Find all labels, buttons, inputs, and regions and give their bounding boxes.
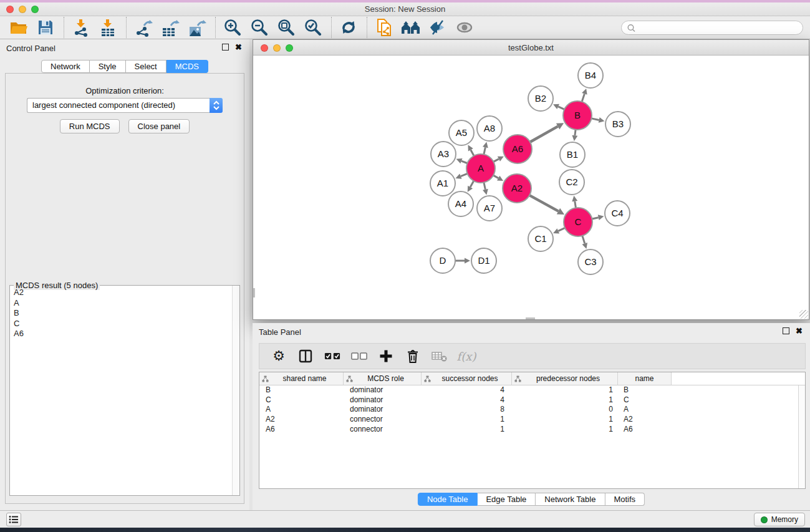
deselect-all-checkboxes-icon[interactable]: [351, 348, 367, 364]
tab-edge-table[interactable]: Edge Table: [477, 493, 536, 506]
refresh-network-icon[interactable]: [338, 17, 359, 37]
column-header-predecessor-nodes[interactable]: predecessor nodes: [512, 372, 618, 385]
network-vertical-scrollbar[interactable]: [253, 288, 255, 297]
show-column-icon[interactable]: [297, 348, 314, 364]
float-table-panel-icon[interactable]: [783, 327, 789, 334]
table-row[interactable]: Bdominator41B: [259, 385, 805, 395]
select-all-checkboxes-icon[interactable]: [324, 348, 340, 364]
dropdown-stepper-icon[interactable]: [210, 98, 223, 113]
graph-edge-A-A3[interactable]: [461, 161, 468, 163]
optimization-criterion-select[interactable]: largest connected component (directed): [27, 98, 223, 113]
export-table-icon[interactable]: [160, 17, 181, 37]
control-panel-tabs: Network Style Select MCDS: [41, 60, 208, 73]
mcds-result-item[interactable]: A: [11, 298, 232, 309]
run-mcds-button[interactable]: Run MCDS: [60, 119, 120, 133]
node-table: shared name MCDS role successor nodes pr…: [259, 372, 806, 489]
graph-edge-arrowhead: [572, 135, 577, 141]
window-resize-grip[interactable]: [799, 310, 808, 319]
graph-edge-A6-B[interactable]: [530, 127, 558, 142]
graph-edge-A-A5[interactable]: [471, 150, 474, 156]
network-graph[interactable]: B4B2BB3A5A8A6B1A3AA1C2A2A4A7C4CC1C3DD1: [253, 56, 809, 319]
export-image-icon[interactable]: [186, 17, 208, 37]
table-cell-mcds_role: connector: [344, 415, 422, 425]
tab-mcds[interactable]: MCDS: [166, 60, 208, 73]
table-scrollbar[interactable]: [798, 385, 805, 488]
tab-motifs[interactable]: Motifs: [605, 493, 645, 506]
zoom-out-icon[interactable]: [249, 17, 270, 37]
memory-button[interactable]: Memory: [754, 513, 805, 526]
search-input[interactable]: [639, 23, 798, 32]
hide-selected-icon[interactable]: [427, 17, 448, 37]
graph-edge-A-A6[interactable]: [493, 159, 499, 162]
search-box[interactable]: [621, 21, 803, 35]
graph-edge-A2-C[interactable]: [529, 195, 558, 211]
open-file-icon[interactable]: [8, 17, 29, 37]
tab-node-table[interactable]: Node Table: [418, 493, 478, 506]
export-network-icon[interactable]: [133, 17, 154, 37]
graph-edge-B-B1[interactable]: [575, 130, 576, 135]
mcds-result-item[interactable]: C: [11, 319, 232, 329]
table-cell-mcds_role: dominator: [344, 395, 422, 405]
graph-edge-C-C3[interactable]: [582, 236, 585, 243]
mcds-result-item[interactable]: B: [11, 308, 232, 319]
table-toolbar: ⚙ f(x): [259, 343, 806, 369]
tab-network[interactable]: Network: [41, 60, 90, 73]
mcds-result-item[interactable]: A2: [11, 288, 232, 298]
network-window-titlebar[interactable]: testGlobe.txt: [253, 40, 809, 56]
graph-edge-A-A1[interactable]: [461, 173, 468, 176]
show-panels-list-button[interactable]: [6, 513, 21, 526]
column-header-shared-name[interactable]: shared name: [259, 372, 344, 385]
delete-column-icon[interactable]: [405, 348, 421, 364]
control-panel-title: Control Panel: [6, 44, 55, 53]
column-header-successor-nodes[interactable]: successor nodes: [422, 372, 512, 385]
zoom-selected-icon[interactable]: [302, 17, 324, 37]
main-titlebar: Session: New Session: [0, 2, 810, 16]
graph-node-label-A: A: [478, 163, 484, 173]
table-cell-successors: 4: [422, 395, 512, 405]
tab-select[interactable]: Select: [126, 60, 166, 73]
tab-style[interactable]: Style: [90, 60, 126, 73]
memory-label: Memory: [771, 515, 798, 524]
graph-edge-A-A7[interactable]: [484, 182, 485, 189]
network-canvas[interactable]: B4B2BB3A5A8A6B1A3AA1C2A2A4A7C4CC1C3DD1: [253, 56, 809, 319]
zoom-fit-icon[interactable]: [276, 17, 297, 37]
settings-gear-icon[interactable]: ⚙: [271, 348, 287, 364]
toolbar-separator: [126, 17, 127, 38]
first-neighbors-icon[interactable]: [400, 17, 422, 37]
graph-edge-A-A8[interactable]: [484, 147, 485, 154]
graph-edge-A-A4[interactable]: [470, 181, 474, 187]
graph-edge-C-C4[interactable]: [592, 218, 598, 219]
import-table-icon[interactable]: [97, 17, 118, 37]
zoom-in-icon[interactable]: [222, 17, 243, 37]
table-row[interactable]: A2connector11A2: [259, 415, 805, 425]
table-cell-predecessors: 1: [512, 395, 618, 405]
table-cell-successors: 8: [422, 405, 512, 415]
column-header-mcds-role[interactable]: MCDS role: [344, 372, 422, 385]
graph-edge-B-B4[interactable]: [582, 94, 584, 102]
graph-edge-C-C1[interactable]: [558, 228, 565, 231]
graph-edge-C-C2[interactable]: [575, 201, 576, 208]
graph-edge-A-A2[interactable]: [493, 175, 498, 178]
table-row[interactable]: A6connector11A6: [259, 425, 805, 435]
graph-edge-B-B2[interactable]: [558, 107, 564, 110]
close-panel-button[interactable]: Close panel: [128, 119, 190, 133]
mcds-result-scrollbar[interactable]: [232, 286, 239, 495]
float-panel-icon[interactable]: [222, 44, 229, 51]
save-session-icon[interactable]: [35, 17, 56, 37]
close-table-panel-icon[interactable]: ✖: [796, 327, 803, 334]
import-network-icon[interactable]: [70, 17, 92, 37]
tab-network-table[interactable]: Network Table: [536, 493, 605, 506]
mcds-result-item[interactable]: A6: [11, 329, 232, 339]
mcds-result-list[interactable]: A2ABCA6: [11, 288, 232, 495]
table-row[interactable]: Adominator80A: [259, 405, 805, 415]
toolbar-separator: [367, 17, 367, 38]
add-column-icon[interactable]: [378, 348, 394, 364]
close-panel-icon[interactable]: ✖: [235, 44, 242, 51]
column-header-name[interactable]: name: [618, 372, 672, 385]
network-horizontal-scrollbar[interactable]: [526, 317, 535, 319]
graph-edge-arrowhead: [483, 142, 488, 148]
table-row[interactable]: Cdominator41C: [259, 395, 805, 405]
graph-edge-B-B3[interactable]: [591, 118, 599, 120]
show-all-icon[interactable]: [454, 17, 475, 37]
open-network-document-icon[interactable]: [374, 17, 395, 37]
